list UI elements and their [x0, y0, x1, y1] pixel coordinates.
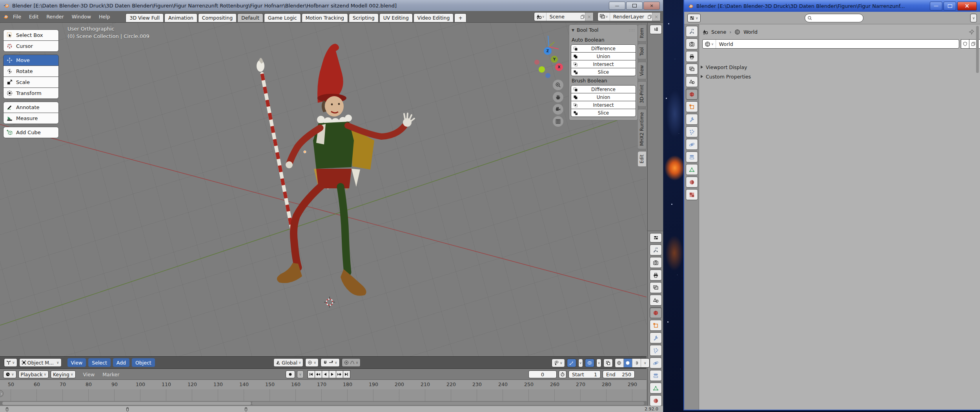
timeline-dropdown[interactable]: Playback∨ [18, 370, 49, 378]
current-frame-field[interactable]: 0 [528, 370, 557, 378]
timeline-track[interactable] [0, 389, 647, 401]
minimize-button[interactable]: — [930, 2, 942, 11]
gizmo-y-axis[interactable]: Y [551, 56, 558, 63]
timeline-menu[interactable]: Marker [100, 372, 122, 377]
fake-user-button[interactable] [961, 39, 969, 49]
workspace-tab[interactable]: Default [237, 13, 263, 22]
visibility-dropdown[interactable]: ∨ [552, 359, 565, 367]
transport-button[interactable] [336, 370, 343, 378]
collapse-arrow-icon[interactable]: ▼ [572, 28, 574, 32]
transport-button[interactable] [315, 370, 322, 378]
properties-tab[interactable] [686, 164, 698, 175]
sidebar-tab[interactable]: Tool [638, 44, 647, 59]
maximize-button[interactable] [626, 2, 643, 10]
header-menu[interactable]: Object [132, 358, 155, 367]
sidebar-tab[interactable]: Item [638, 24, 647, 42]
minimize-button[interactable]: — [609, 2, 625, 10]
intersect-button[interactable]: Intersect [571, 101, 636, 109]
zoom-button[interactable] [553, 80, 563, 90]
gizmo-x-axis[interactable]: X [555, 63, 563, 71]
transport-button[interactable] [308, 370, 315, 378]
menu-item[interactable]: File [9, 12, 25, 21]
workspace-tab[interactable]: UV Editing [379, 13, 413, 22]
unlink-scene-button[interactable]: × [585, 13, 593, 21]
breadcrumb-world[interactable]: World [743, 29, 758, 35]
tool-button[interactable]: Transform [3, 88, 59, 99]
gizmos-dropdown[interactable]: ∨ [578, 359, 583, 367]
editor-type-button[interactable] [650, 25, 662, 34]
pan-button[interactable] [553, 92, 563, 102]
header-menu[interactable]: Select [88, 358, 111, 367]
editor-type-button[interactable] [650, 233, 662, 242]
properties-tab[interactable] [686, 76, 698, 87]
properties-tab[interactable] [650, 395, 662, 406]
record-dropdown[interactable]: ∨ [297, 370, 304, 378]
ortho-toggle-button[interactable] [553, 116, 563, 127]
properties-tab[interactable] [686, 38, 698, 49]
timeline-ruler[interactable]: 5060708090100110120130140150160170180190… [0, 380, 647, 389]
mode-dropdown[interactable]: Object M...∨ [19, 358, 62, 367]
tool-button[interactable]: Cursor [3, 40, 59, 52]
tool-button[interactable]: Measure [3, 113, 59, 124]
xray-toggle[interactable] [603, 359, 613, 367]
overlays-toggle[interactable] [585, 359, 594, 367]
collapsed-panel[interactable]: Viewport Display [701, 63, 975, 71]
properties-tab[interactable] [650, 345, 662, 356]
sidebar-tab[interactable]: MHX2 Runtime [638, 109, 647, 149]
sidebar-tab[interactable]: View [638, 62, 647, 79]
workspace-tab[interactable]: Scripting [349, 13, 379, 22]
maximize-button[interactable] [944, 2, 956, 11]
properties-tab[interactable] [686, 64, 698, 75]
workspace-tab[interactable]: Video Editing [413, 13, 454, 22]
timeline-scrollbar[interactable] [0, 401, 647, 406]
slice-button[interactable]: Slice [571, 68, 636, 76]
blender-menu-icon[interactable] [2, 14, 8, 20]
title-bar[interactable]: Blender [E:\Daten Blender-3D Druck\3D Da… [0, 0, 663, 11]
sidebar-tab[interactable]: Edit [638, 151, 647, 167]
intersect-button[interactable]: Intersect [571, 60, 636, 68]
workspace-tab[interactable]: + [454, 13, 466, 22]
editor-type-button[interactable]: ∨ [687, 14, 701, 22]
workspace-tab[interactable]: Motion Tracking [302, 13, 348, 22]
workspace-tab[interactable]: Compositing [198, 13, 237, 22]
gizmo-neg-x-axis[interactable] [534, 60, 539, 65]
properties-tab[interactable] [686, 139, 698, 150]
record-button[interactable] [286, 370, 295, 378]
collapsed-panel[interactable]: Custom Properties [701, 72, 975, 81]
search-input[interactable] [814, 15, 861, 21]
properties-tab[interactable] [686, 151, 698, 162]
properties-tab[interactable] [650, 244, 662, 255]
slice-button[interactable]: Slice [571, 109, 636, 117]
world-datablock-field[interactable]: ∨ World [702, 39, 959, 49]
scene-selector[interactable]: ∨ Scene × [534, 12, 594, 21]
properties-tab[interactable] [650, 370, 662, 381]
union-button[interactable]: Union [571, 93, 636, 101]
pin-icon[interactable] [969, 29, 975, 35]
world-name[interactable]: World [716, 41, 959, 47]
tool-button[interactable]: Scale [3, 77, 59, 88]
gizmo-neg-z-axis[interactable] [545, 73, 550, 78]
menu-item[interactable]: Help [95, 12, 114, 21]
properties-tab[interactable] [686, 51, 698, 62]
tool-button[interactable]: Select Box [3, 29, 59, 41]
menu-item[interactable]: Render [42, 12, 68, 21]
close-button[interactable]: × [643, 2, 660, 10]
gizmos-toggle[interactable] [567, 359, 576, 367]
camera-view-button[interactable] [553, 104, 563, 115]
tool-button[interactable]: Rotate [3, 66, 59, 77]
difference-button[interactable]: Difference [571, 44, 636, 53]
workspace-tab[interactable]: Game Logic [264, 13, 301, 22]
shading-material-button[interactable] [632, 359, 641, 367]
title-bar[interactable]: Blender [E:\Daten Blender-3D Druck\3D Da… [684, 0, 980, 12]
properties-tab[interactable] [686, 189, 698, 200]
properties-tab[interactable] [650, 320, 662, 331]
breadcrumb-scene[interactable]: Scene [711, 29, 726, 35]
overlays-dropdown[interactable]: ∨ [596, 359, 601, 367]
shading-solid-button[interactable] [624, 359, 632, 367]
tool-button[interactable]: Add Cube [3, 127, 59, 138]
properties-tab[interactable] [686, 101, 698, 112]
gizmo-neg-y-axis[interactable] [539, 66, 545, 73]
workspace-tab[interactable]: 3D View Full [126, 13, 164, 22]
properties-tab[interactable] [686, 89, 698, 100]
properties-tab[interactable] [650, 383, 662, 394]
